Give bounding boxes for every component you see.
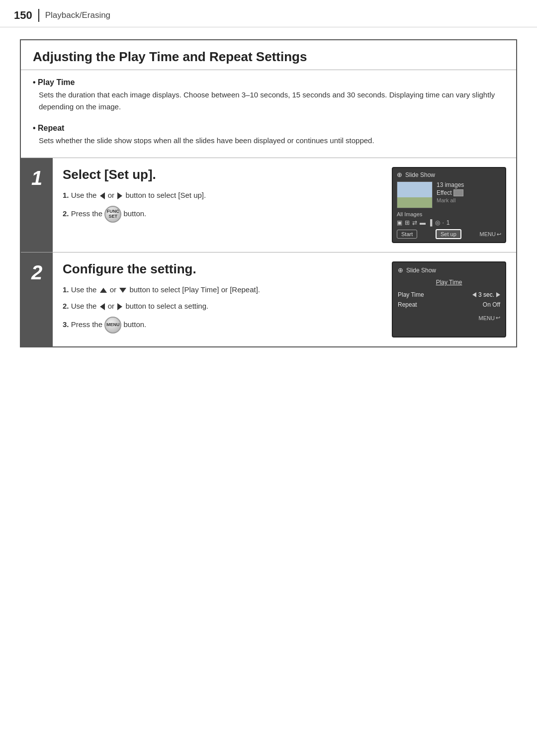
step-1-title: Select [Set up]. xyxy=(63,167,382,182)
cam2-title-row: ⊕ Slide Show xyxy=(398,266,500,274)
cam-mark-all: Mark all xyxy=(437,197,464,203)
menu-button: MENU xyxy=(104,317,121,334)
section-heading: Adjusting the Play Time and Repeat Setti… xyxy=(21,40,516,70)
step-2-number-col: 2 xyxy=(21,252,53,346)
step-2-instructions: Configure the setting. 1. Use the or but… xyxy=(63,261,382,337)
cam2-menu-btn: MENU ↩ xyxy=(479,315,500,321)
bullet-repeat-text: Sets whether the slide show stops when a… xyxy=(33,135,504,147)
cam2-repeat-value: On Off xyxy=(483,301,500,308)
step-2-item-3: 3. Press the MENU button. xyxy=(63,317,382,334)
step-1-item-1: 1. Use the or button to select [Set up]. xyxy=(63,189,382,202)
bottom-whitespace xyxy=(20,363,517,662)
icon-camera: ◎ xyxy=(435,219,440,226)
bullet-repeat: Repeat Sets whether the slide show stops… xyxy=(21,124,516,158)
page-section-label: Playback/Erasing xyxy=(45,10,110,20)
step-1-cam-screen: ⊕ Slide Show 13 images Effect xyxy=(392,167,506,243)
step-1-item-2-num: 2. xyxy=(63,209,69,218)
icon-signal: ▐ xyxy=(428,219,433,226)
icon-folder: ▬ xyxy=(420,219,426,226)
or-text-3: or xyxy=(108,302,117,310)
step-2-item-2: 2. Use the or button to select a setting… xyxy=(63,300,382,313)
cam2-subtitle: Play Time xyxy=(398,279,500,286)
arrow-right-icon-1 xyxy=(117,192,122,199)
cam2-playtime-val: 3 sec. xyxy=(472,291,500,298)
cam-image-row: 13 images Effect Mark all xyxy=(397,181,501,208)
cam-bottom-row-1: Start Set up MENU ↩ xyxy=(397,229,501,239)
arrow-down-icon xyxy=(119,288,126,293)
page-number: 150 xyxy=(14,9,39,22)
thumb-sky xyxy=(397,182,432,197)
bullet-play-time-text: Sets the duration that each image displa… xyxy=(33,89,504,113)
step-2-item-3-num: 3. xyxy=(63,320,69,328)
icon-num: 1 xyxy=(447,219,450,226)
icon-dot: · xyxy=(443,219,444,226)
menu-back-icon-1: ↩ xyxy=(497,231,501,238)
tri-left-icon xyxy=(472,292,476,297)
step-2-title: Configure the setting. xyxy=(63,261,382,277)
cam2-row-repeat: Repeat On Off xyxy=(398,300,500,310)
bullet-repeat-title: Repeat xyxy=(33,124,504,133)
cam-info-col: 13 images Effect Mark all xyxy=(437,181,464,208)
page-header: 150 Playback/Erasing xyxy=(0,0,537,27)
cam-title-row-1: ⊕ Slide Show xyxy=(397,171,501,178)
cam-thumbnail xyxy=(397,181,433,208)
thumb-ground xyxy=(397,197,432,208)
menu-back-icon-2: ↩ xyxy=(496,315,500,321)
globe-icon-2: ⊕ xyxy=(398,266,403,274)
cam-icons-row: ▣ ⊞ ⇄ ▬ ▐ ◎ · 1 xyxy=(397,219,501,226)
step-1-content: Select [Set up]. 1. Use the or button to… xyxy=(53,158,516,252)
step-1-row: 1 Select [Set up]. 1. Use the or button … xyxy=(21,158,516,252)
cam-title-1: Slide Show xyxy=(405,171,435,178)
or-text-2: or xyxy=(110,285,119,294)
cam2-playtime-label: Play Time xyxy=(398,291,424,298)
icon-monitor: ▣ xyxy=(397,219,402,226)
step-2-number: 2 xyxy=(31,261,42,284)
step-1-item-1-num: 1. xyxy=(63,191,69,199)
arrow-up-icon xyxy=(100,288,107,293)
arrow-left-icon-1 xyxy=(100,192,105,199)
or-text-1: or xyxy=(108,191,117,199)
cam-start-btn: Start xyxy=(397,230,417,239)
step-2-item-2-num: 2. xyxy=(63,302,69,310)
step-1-number: 1 xyxy=(31,167,42,189)
tri-right-icon xyxy=(496,292,500,297)
step-1-number-col: 1 xyxy=(21,158,53,252)
step-1-instructions: Select [Set up]. 1. Use the or button to… xyxy=(63,167,382,243)
bullet-play-time: Play Time Sets the duration that each im… xyxy=(21,70,516,124)
globe-icon-1: ⊕ xyxy=(397,171,402,178)
bullet-play-time-title: Play Time xyxy=(33,78,504,87)
step-2-row: 2 Configure the setting. 1. Use the or b… xyxy=(21,252,516,346)
cam-effect-row: Effect xyxy=(437,189,464,196)
cam-effect-icon xyxy=(453,189,463,196)
section-box: Adjusting the Play Time and Repeat Setti… xyxy=(20,39,517,347)
step-2-item-1: 1. Use the or button to select [Play Tim… xyxy=(63,284,382,296)
arrow-right-icon-2 xyxy=(117,303,122,310)
cam2-repeat-label: Repeat xyxy=(398,301,417,308)
cam-images-count: 13 images xyxy=(437,181,464,188)
cam2-title: Slide Show xyxy=(406,267,436,274)
cam2-row-playtime: Play Time 3 sec. xyxy=(398,290,500,300)
icon-grid: ⊞ xyxy=(405,219,410,226)
arrow-left-icon-2 xyxy=(100,303,105,310)
step-2-content: Configure the setting. 1. Use the or but… xyxy=(53,252,516,346)
icon-transfer: ⇄ xyxy=(412,219,417,226)
step-1-item-2: 2. Press the FUNCSET button. xyxy=(63,206,382,223)
cam2-playtime-value: 3 sec. xyxy=(478,291,494,298)
step-2-item-1-num: 1. xyxy=(63,285,69,294)
cam-all-images: All Images xyxy=(397,211,501,217)
cam2-bottom: MENU ↩ xyxy=(398,315,500,321)
cam-menu-btn-1: MENU ↩ xyxy=(480,231,501,238)
step-2-cam-screen: ⊕ Slide Show Play Time Play Time 3 sec. xyxy=(392,261,506,337)
cam-setup-btn: Set up xyxy=(436,229,461,239)
func-set-button: FUNCSET xyxy=(104,206,121,223)
main-content: Adjusting the Play Time and Repeat Setti… xyxy=(0,27,537,681)
cam-effect-label: Effect xyxy=(437,189,451,196)
